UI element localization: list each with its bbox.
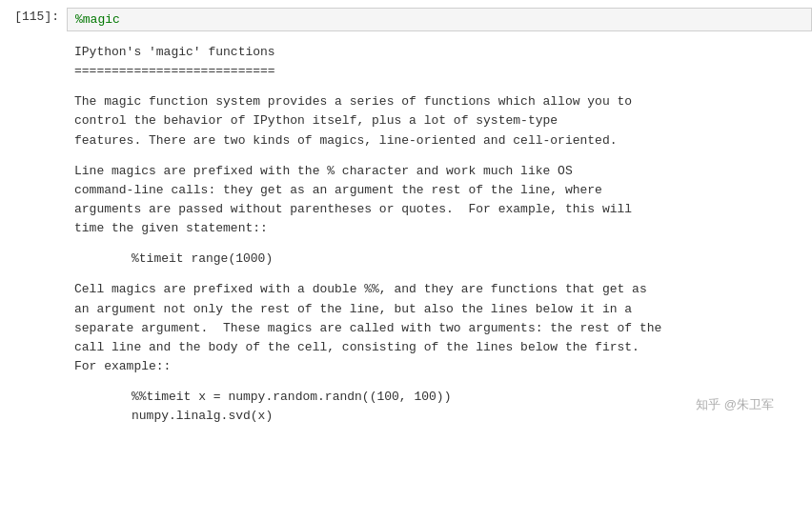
example2-line2: numpy.linalg.svd(x) [74,407,804,426]
blank-2 [74,150,804,162]
cell-output: IPython's 'magic' functions ============… [67,31,812,433]
blank-1 [74,81,804,92]
output-separator: =========================== [74,62,804,81]
p1-line3: features. There are two kinds of magics,… [74,131,804,150]
cell-input[interactable]: %magic [67,8,812,31]
cell-label: [115]: [0,8,67,513]
p2-line4: time the given statement:: [74,219,804,238]
p1-line2: control the behavior of IPython itself, … [74,111,804,130]
p3-line3: separate argument. These magics are call… [74,319,804,338]
example1: %timeit range(1000) [74,250,804,269]
cell-content: %magic IPython's 'magic' functions =====… [67,8,812,513]
blank-4 [74,269,804,280]
p3-line2: an argument not only the rest of the lin… [74,300,804,319]
notebook-cell: [115]: %magic IPython's 'magic' function… [0,0,812,521]
p1-line1: The magic function system provides a ser… [74,92,804,111]
p2-line3: arguments are passed without parentheses… [74,200,804,219]
example2-line1: %%timeit x = numpy.random.randn((100, 10… [74,388,804,407]
p2-line2: command-line calls: they get as an argum… [74,181,804,200]
blank-3 [74,238,804,250]
watermark: 知乎 @朱卫军 [696,395,774,414]
p3-line5: For example:: [74,357,804,376]
p3-line4: call line and the body of the cell, cons… [74,338,804,357]
p3-line1: Cell magics are prefixed with a double %… [74,280,804,299]
blank-5 [74,376,804,388]
output-title: IPython's 'magic' functions [74,43,804,62]
p2-line1: Line magics are prefixed with the % char… [74,162,804,181]
